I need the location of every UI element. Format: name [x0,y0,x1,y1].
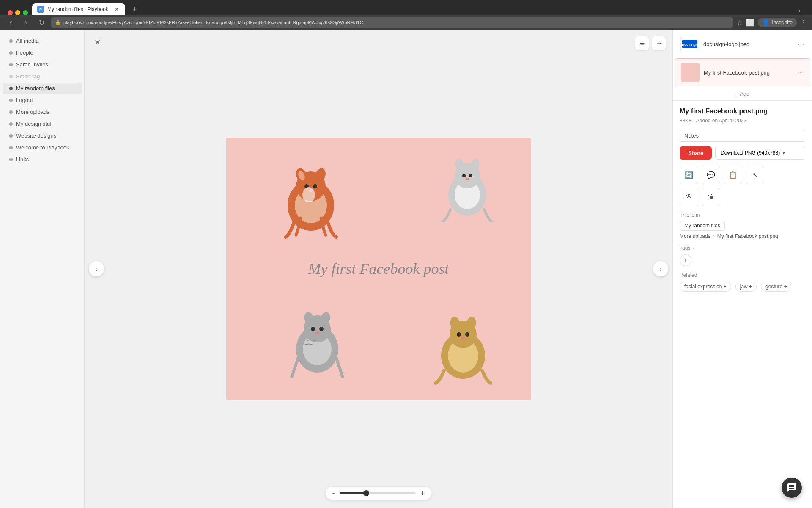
icon-row-1: 🔄 💬 📋 ⤡ [680,166,805,184]
this-is-in-label: This is in [680,212,805,218]
svg-point-19 [465,178,469,180]
main-content: ✕ ☰ → ‹ › [85,30,812,508]
minimize-traffic-light[interactable] [15,10,20,15]
prev-image-button[interactable]: ‹ [89,261,104,276]
sidebar-label-logout: Logout [16,97,33,103]
download-arrow-icon: ▾ [782,150,785,156]
forward-button[interactable]: › [20,17,32,28]
bookmark-icon[interactable]: ☆ [737,19,743,27]
extension-icon[interactable]: ⬜ [746,19,754,27]
sidebar-dot [9,122,13,126]
zoom-slider[interactable] [340,492,416,494]
delete-button[interactable]: 🗑 [702,188,720,206]
address-bar[interactable]: 🔒 playbook.com/moodjoy/FCVyAzcBqmrYEfj4Z… [51,17,733,28]
download-button[interactable]: Download PNG (940x788) ▾ [715,146,805,160]
sidebar-item-more-uploads[interactable]: More uploads [3,106,82,118]
visibility-toggle-button[interactable]: 👁 [680,188,698,206]
traffic-lights [8,10,28,15]
profile-icon: 👤 [762,19,769,26]
lock-icon: 🔒 [55,20,61,25]
sidebar-item-all-media[interactable]: All media [3,35,82,47]
new-tab-button[interactable]: + [129,3,140,15]
detail-filename: My first Facebook post.png [680,108,805,115]
sidebar-item-links[interactable]: Links [3,154,82,165]
svg-point-27 [315,332,319,334]
sidebar-item-sarah-invites[interactable]: Sarah Invites [3,59,82,70]
tags-label: Tags [680,245,690,251]
next-view-button[interactable]: → [652,36,666,50]
file-thumb-facebook-post [681,63,700,82]
profile-button[interactable]: 👤 Incognito [758,18,797,27]
sidebar-dot [9,39,13,43]
folder-chip[interactable]: My random files [680,221,725,231]
right-panel: DocuSign docusign-logo.jpeg ⋯ My first F… [672,30,812,508]
svg-point-35 [461,337,465,340]
add-tag-button[interactable]: + [680,254,691,266]
toolbar-right: ☆ ⬜ 👤 Incognito ⋮ [737,18,807,27]
active-tab[interactable]: P My random files | Playbook ✕ [32,3,125,15]
add-file-button[interactable]: + Add [673,87,812,100]
file-name-docusign: docusign-logo.jpeg [703,41,793,47]
cat-illustration-2 [438,155,497,222]
sidebar-item-my-random-files[interactable]: My random files [3,83,82,94]
more-options-icon[interactable]: ⋮ [800,19,807,27]
next-image-button[interactable]: › [653,261,668,276]
tags-dot: • [693,246,694,251]
sidebar-label-sarah-invites: Sarah Invites [16,61,48,68]
sidebar-dot [9,110,13,114]
file-more-button-facebook-post[interactable]: ⋯ [797,69,804,77]
sidebar-dot [9,75,13,78]
sidebar-item-logout[interactable]: Logout [3,94,82,106]
notes-field[interactable]: Notes [680,130,805,142]
chat-icon [787,483,797,493]
breadcrumb-file[interactable]: My first Facebook post.png [717,233,778,239]
folder-tag-container: My random files [680,221,805,229]
browser-menu-icon[interactable]: ⋮ [792,8,808,15]
zoom-in-button[interactable]: + [421,489,425,497]
sidebar-item-welcome-to-playbook[interactable]: Welcome to Playbook [3,142,82,153]
comment-button[interactable]: 💬 [702,166,720,184]
crop-button[interactable]: ⤡ [746,166,764,184]
file-name-facebook-post: My first Facebook post.png [704,69,793,76]
breadcrumb-more-uploads[interactable]: More uploads [680,233,710,239]
refresh-button[interactable]: ↻ [36,17,47,28]
copy-button[interactable]: 📋 [724,166,742,184]
docusign-logo: DocuSign [680,35,699,53]
close-viewer-button[interactable]: ✕ [91,36,103,48]
back-button[interactable]: ‹ [5,17,17,28]
svg-point-17 [462,174,466,177]
image-viewer: ✕ ☰ → ‹ › [85,30,672,508]
file-item-facebook-post[interactable]: My first Facebook post.png ⋯ [675,58,810,86]
emoji-reaction-button[interactable]: 🔄 [680,166,698,184]
list-view-button[interactable]: ☰ [635,36,649,50]
close-traffic-light[interactable] [8,10,13,15]
sidebar-item-my-design-stuff[interactable]: My design stuff [3,118,82,130]
related-tag-gesture[interactable]: gesture + [761,282,791,292]
tags-add-button-container: + [680,254,805,266]
chat-fab-button[interactable] [782,478,802,498]
svg-text:DocuSign: DocuSign [682,43,697,47]
file-thumb-docusign: DocuSign [680,35,699,53]
cat-illustration-3 [285,307,349,379]
related-tag-facial-expression[interactable]: facial expression + [680,282,731,292]
zoom-out-button[interactable]: - [332,489,335,497]
icon-row-2: 👁 🗑 [680,188,805,206]
breadcrumb: More uploads › My first Facebook post.pn… [680,233,805,239]
file-more-button-docusign[interactable]: ⋯ [798,40,804,48]
tab-close-button[interactable]: ✕ [113,6,120,13]
zoom-handle[interactable] [363,490,369,496]
related-tag-jaw[interactable]: jaw + [735,282,757,292]
sidebar-item-website-designs[interactable]: Website designs [3,130,82,141]
detail-added: Added on Apr 25 2022 [696,118,746,124]
related-tags-container: facial expression + jaw + gesture + [680,282,805,294]
sidebar-dot [9,146,13,149]
svg-point-9 [313,184,317,188]
maximize-traffic-light[interactable] [23,10,28,15]
cat-illustration-1 [277,163,345,239]
share-button[interactable]: Share [680,146,712,160]
sidebar-item-people[interactable]: People [3,47,82,58]
tab-favicon: P [37,6,44,13]
sidebar-item-smart-tag[interactable]: Smart tag [3,71,82,82]
sidebar-label-website-designs: Website designs [16,133,56,139]
file-item-docusign[interactable]: DocuSign docusign-logo.jpeg ⋯ [675,30,810,58]
